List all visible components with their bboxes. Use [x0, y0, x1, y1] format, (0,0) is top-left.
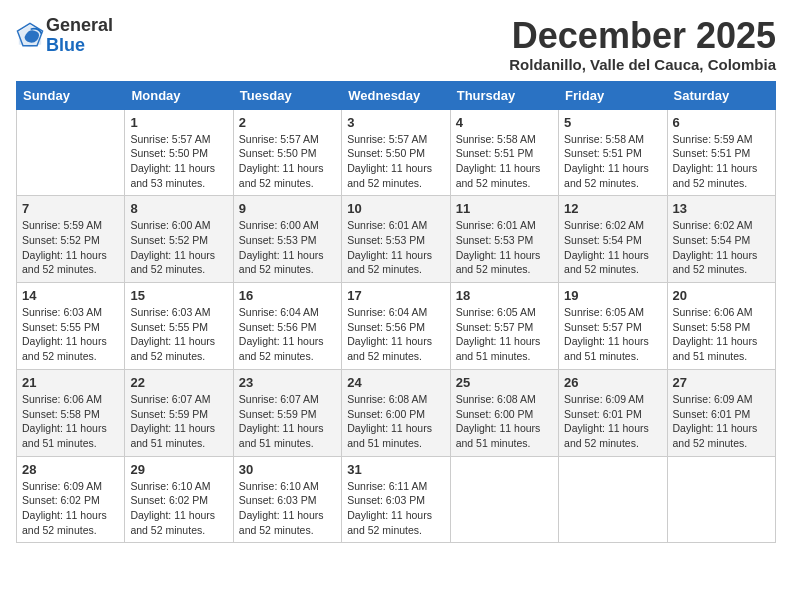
calendar-cell: 5Sunrise: 5:58 AMSunset: 5:51 PMDaylight…: [559, 109, 667, 196]
day-number: 6: [673, 115, 770, 130]
day-number: 12: [564, 201, 661, 216]
calendar-cell: 11Sunrise: 6:01 AMSunset: 5:53 PMDayligh…: [450, 196, 558, 283]
day-info: Sunrise: 6:06 AMSunset: 5:58 PMDaylight:…: [673, 305, 770, 364]
day-info: Sunrise: 6:04 AMSunset: 5:56 PMDaylight:…: [239, 305, 336, 364]
logo-text: General Blue: [46, 16, 113, 56]
day-info: Sunrise: 5:57 AMSunset: 5:50 PMDaylight:…: [239, 132, 336, 191]
day-info: Sunrise: 6:08 AMSunset: 6:00 PMDaylight:…: [456, 392, 553, 451]
day-number: 17: [347, 288, 444, 303]
calendar-cell: 30Sunrise: 6:10 AMSunset: 6:03 PMDayligh…: [233, 456, 341, 543]
calendar-header-row: SundayMondayTuesdayWednesdayThursdayFrid…: [17, 81, 776, 109]
calendar-cell: 26Sunrise: 6:09 AMSunset: 6:01 PMDayligh…: [559, 369, 667, 456]
day-info: Sunrise: 6:07 AMSunset: 5:59 PMDaylight:…: [239, 392, 336, 451]
calendar-cell: 18Sunrise: 6:05 AMSunset: 5:57 PMDayligh…: [450, 283, 558, 370]
day-info: Sunrise: 6:10 AMSunset: 6:02 PMDaylight:…: [130, 479, 227, 538]
calendar-week-row: 14Sunrise: 6:03 AMSunset: 5:55 PMDayligh…: [17, 283, 776, 370]
day-number: 27: [673, 375, 770, 390]
day-number: 11: [456, 201, 553, 216]
day-info: Sunrise: 6:08 AMSunset: 6:00 PMDaylight:…: [347, 392, 444, 451]
day-of-week-header: Sunday: [17, 81, 125, 109]
day-info: Sunrise: 6:06 AMSunset: 5:58 PMDaylight:…: [22, 392, 119, 451]
calendar-cell: 22Sunrise: 6:07 AMSunset: 5:59 PMDayligh…: [125, 369, 233, 456]
day-info: Sunrise: 6:01 AMSunset: 5:53 PMDaylight:…: [456, 218, 553, 277]
day-info: Sunrise: 6:00 AMSunset: 5:52 PMDaylight:…: [130, 218, 227, 277]
day-number: 30: [239, 462, 336, 477]
day-info: Sunrise: 5:59 AMSunset: 5:51 PMDaylight:…: [673, 132, 770, 191]
day-number: 25: [456, 375, 553, 390]
day-number: 22: [130, 375, 227, 390]
calendar-cell: 4Sunrise: 5:58 AMSunset: 5:51 PMDaylight…: [450, 109, 558, 196]
day-info: Sunrise: 6:09 AMSunset: 6:02 PMDaylight:…: [22, 479, 119, 538]
logo: General Blue: [16, 16, 113, 56]
day-info: Sunrise: 5:58 AMSunset: 5:51 PMDaylight:…: [564, 132, 661, 191]
day-info: Sunrise: 6:02 AMSunset: 5:54 PMDaylight:…: [564, 218, 661, 277]
calendar-cell: 8Sunrise: 6:00 AMSunset: 5:52 PMDaylight…: [125, 196, 233, 283]
day-info: Sunrise: 6:02 AMSunset: 5:54 PMDaylight:…: [673, 218, 770, 277]
day-number: 5: [564, 115, 661, 130]
location-subtitle: Roldanillo, Valle del Cauca, Colombia: [509, 56, 776, 73]
day-number: 3: [347, 115, 444, 130]
day-number: 4: [456, 115, 553, 130]
day-number: 31: [347, 462, 444, 477]
day-info: Sunrise: 6:05 AMSunset: 5:57 PMDaylight:…: [456, 305, 553, 364]
calendar-cell: [450, 456, 558, 543]
day-info: Sunrise: 5:59 AMSunset: 5:52 PMDaylight:…: [22, 218, 119, 277]
day-info: Sunrise: 5:57 AMSunset: 5:50 PMDaylight:…: [347, 132, 444, 191]
calendar-cell: 29Sunrise: 6:10 AMSunset: 6:02 PMDayligh…: [125, 456, 233, 543]
day-info: Sunrise: 6:10 AMSunset: 6:03 PMDaylight:…: [239, 479, 336, 538]
day-number: 20: [673, 288, 770, 303]
day-info: Sunrise: 6:09 AMSunset: 6:01 PMDaylight:…: [564, 392, 661, 451]
title-block: December 2025 Roldanillo, Valle del Cauc…: [509, 16, 776, 73]
day-number: 16: [239, 288, 336, 303]
day-number: 26: [564, 375, 661, 390]
calendar-cell: [17, 109, 125, 196]
calendar-cell: 15Sunrise: 6:03 AMSunset: 5:55 PMDayligh…: [125, 283, 233, 370]
day-info: Sunrise: 6:00 AMSunset: 5:53 PMDaylight:…: [239, 218, 336, 277]
calendar-cell: 20Sunrise: 6:06 AMSunset: 5:58 PMDayligh…: [667, 283, 775, 370]
day-number: 9: [239, 201, 336, 216]
day-number: 23: [239, 375, 336, 390]
calendar-cell: 9Sunrise: 6:00 AMSunset: 5:53 PMDaylight…: [233, 196, 341, 283]
day-info: Sunrise: 5:57 AMSunset: 5:50 PMDaylight:…: [130, 132, 227, 191]
calendar-cell: 19Sunrise: 6:05 AMSunset: 5:57 PMDayligh…: [559, 283, 667, 370]
calendar-cell: 13Sunrise: 6:02 AMSunset: 5:54 PMDayligh…: [667, 196, 775, 283]
calendar-cell: 7Sunrise: 5:59 AMSunset: 5:52 PMDaylight…: [17, 196, 125, 283]
day-number: 10: [347, 201, 444, 216]
calendar-cell: [559, 456, 667, 543]
calendar-cell: 17Sunrise: 6:04 AMSunset: 5:56 PMDayligh…: [342, 283, 450, 370]
day-number: 15: [130, 288, 227, 303]
calendar-table: SundayMondayTuesdayWednesdayThursdayFrid…: [16, 81, 776, 544]
logo-icon: [16, 22, 44, 50]
day-number: 1: [130, 115, 227, 130]
day-of-week-header: Tuesday: [233, 81, 341, 109]
calendar-cell: 1Sunrise: 5:57 AMSunset: 5:50 PMDaylight…: [125, 109, 233, 196]
calendar-cell: 3Sunrise: 5:57 AMSunset: 5:50 PMDaylight…: [342, 109, 450, 196]
day-number: 21: [22, 375, 119, 390]
calendar-week-row: 7Sunrise: 5:59 AMSunset: 5:52 PMDaylight…: [17, 196, 776, 283]
day-info: Sunrise: 5:58 AMSunset: 5:51 PMDaylight:…: [456, 132, 553, 191]
month-title: December 2025: [509, 16, 776, 56]
day-info: Sunrise: 6:04 AMSunset: 5:56 PMDaylight:…: [347, 305, 444, 364]
calendar-week-row: 21Sunrise: 6:06 AMSunset: 5:58 PMDayligh…: [17, 369, 776, 456]
calendar-cell: 31Sunrise: 6:11 AMSunset: 6:03 PMDayligh…: [342, 456, 450, 543]
calendar-cell: 21Sunrise: 6:06 AMSunset: 5:58 PMDayligh…: [17, 369, 125, 456]
day-info: Sunrise: 6:05 AMSunset: 5:57 PMDaylight:…: [564, 305, 661, 364]
day-of-week-header: Wednesday: [342, 81, 450, 109]
day-of-week-header: Monday: [125, 81, 233, 109]
calendar-cell: 6Sunrise: 5:59 AMSunset: 5:51 PMDaylight…: [667, 109, 775, 196]
day-info: Sunrise: 6:07 AMSunset: 5:59 PMDaylight:…: [130, 392, 227, 451]
day-number: 8: [130, 201, 227, 216]
calendar-cell: 28Sunrise: 6:09 AMSunset: 6:02 PMDayligh…: [17, 456, 125, 543]
calendar-cell: 16Sunrise: 6:04 AMSunset: 5:56 PMDayligh…: [233, 283, 341, 370]
day-info: Sunrise: 6:11 AMSunset: 6:03 PMDaylight:…: [347, 479, 444, 538]
day-of-week-header: Thursday: [450, 81, 558, 109]
calendar-cell: 27Sunrise: 6:09 AMSunset: 6:01 PMDayligh…: [667, 369, 775, 456]
calendar-cell: [667, 456, 775, 543]
day-number: 28: [22, 462, 119, 477]
calendar-cell: 10Sunrise: 6:01 AMSunset: 5:53 PMDayligh…: [342, 196, 450, 283]
day-number: 13: [673, 201, 770, 216]
logo-general: General: [46, 15, 113, 35]
day-number: 14: [22, 288, 119, 303]
day-number: 18: [456, 288, 553, 303]
day-number: 24: [347, 375, 444, 390]
